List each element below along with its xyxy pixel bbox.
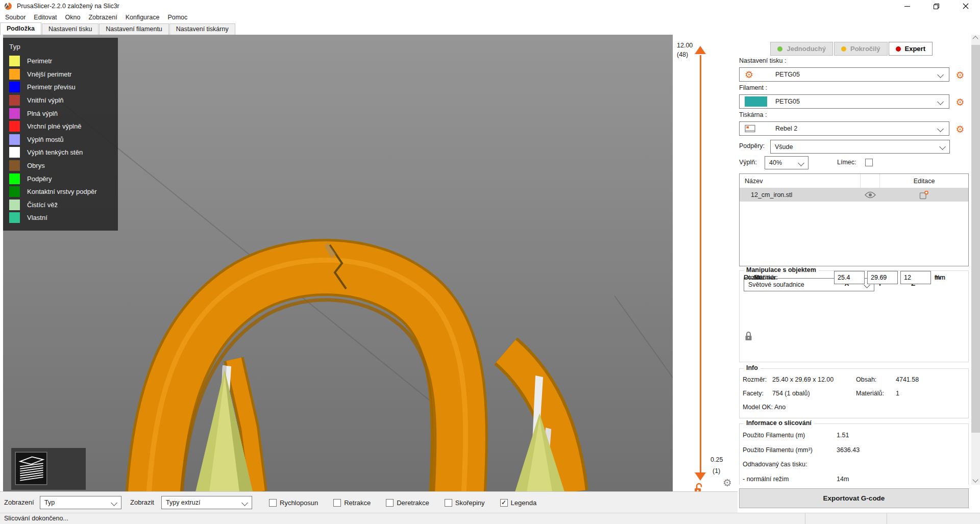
menu-item[interactable]: Pomoc xyxy=(163,12,191,23)
slicing-row-label: Použito Filamentu (m) xyxy=(743,432,836,439)
right-panel-scrollbar[interactable] xyxy=(971,35,980,485)
restore-icon xyxy=(933,3,940,10)
modified-preset-gear-icon: ⚙ xyxy=(745,70,767,80)
tab[interactable]: Nastavení tiskárny xyxy=(169,23,235,35)
view-mode-label: Zobrazení xyxy=(4,492,34,513)
feature-toggle-checkbox[interactable] xyxy=(386,499,394,507)
legend-item-label: Čistící věž xyxy=(27,201,58,209)
filament-value: PETG05 xyxy=(775,98,800,105)
chevron-down-icon xyxy=(111,500,117,506)
menu-item[interactable]: Konfigurace xyxy=(121,12,164,23)
menu-item[interactable]: Soubor xyxy=(1,12,30,23)
slicing-row-label: Použito Filamentu (mm³) xyxy=(743,446,836,454)
show-label: Zobrazit xyxy=(130,492,154,513)
supports-select[interactable]: Všude xyxy=(770,140,950,154)
infill-value: 40% xyxy=(769,159,782,166)
column-header-name[interactable]: Název xyxy=(740,174,861,188)
printer-icon xyxy=(745,124,756,133)
legend-item-label: Podpěry xyxy=(27,175,52,183)
mode-button[interactable]: Expert xyxy=(889,42,933,56)
printer-combo[interactable]: Rebel 2 xyxy=(739,121,949,136)
tab[interactable]: Nastavení filamentu xyxy=(99,23,168,35)
slider-settings-gear-button[interactable]: ⚙ xyxy=(723,478,732,488)
model-ok-value: Ano xyxy=(774,404,786,411)
uniform-scale-lock-button[interactable] xyxy=(745,331,752,342)
feature-toggle-checkbox[interactable] xyxy=(269,499,277,507)
legend-color-swatch xyxy=(9,173,20,184)
print-settings-combo[interactable]: ⚙ PETG05 xyxy=(739,67,949,82)
legend-item-label: Vnitřní výplň xyxy=(27,96,64,104)
legend-item-label: Perimetr xyxy=(27,57,52,65)
printer-gear-button[interactable]: ⚙ xyxy=(953,122,967,136)
x-value-input[interactable] xyxy=(834,271,865,284)
brim-checkbox[interactable] xyxy=(865,159,873,166)
object-list-row[interactable]: 12_cm_iron.stl xyxy=(740,188,968,202)
close-icon xyxy=(963,3,969,9)
layers-icon xyxy=(16,453,46,484)
prusaslicer-window: PrusaSlicer-2.2.0 založený na Slic3r Sou… xyxy=(0,0,980,524)
menu-item[interactable]: Okno xyxy=(61,12,84,23)
mode-button[interactable]: Jednoduchý xyxy=(770,42,833,56)
layer-slider-track[interactable] xyxy=(700,55,701,475)
scrollbar-thumb[interactable] xyxy=(971,45,980,433)
scroll-up-arrow[interactable] xyxy=(973,37,977,41)
minimize-button[interactable] xyxy=(893,0,922,12)
export-gcode-button[interactable]: Exportovat G-code xyxy=(739,488,969,508)
visibility-toggle[interactable] xyxy=(861,191,879,198)
feature-toggle-checkbox[interactable] xyxy=(445,499,452,507)
view-mode-select[interactable]: Typ xyxy=(40,496,121,509)
tab[interactable]: Podložka xyxy=(0,22,41,35)
feature-toggle-checkbox[interactable] xyxy=(500,499,508,507)
restore-button[interactable] xyxy=(922,0,951,12)
column-header-visibility[interactable] xyxy=(861,174,880,188)
volume-value: 4741.58 xyxy=(896,376,919,383)
slicing-row-label: - normální režim xyxy=(743,476,836,483)
infill-select[interactable]: 40% xyxy=(765,156,808,169)
column-header-edit[interactable]: Editace xyxy=(880,178,968,185)
tab[interactable]: Nastavení tisku xyxy=(42,23,99,35)
filament-gear-button[interactable]: ⚙ xyxy=(953,95,967,109)
legend-color-swatch xyxy=(9,134,20,145)
legend-item: Podpěry xyxy=(9,172,118,185)
menu-item[interactable]: Editovat xyxy=(30,12,61,23)
filament-combo[interactable]: PETG05 xyxy=(739,94,949,109)
legend-item-label: Perimetr převisu xyxy=(27,83,76,91)
mode-dot-icon xyxy=(777,46,782,52)
slicing-info-row: Odhadovaný čas tisku: xyxy=(740,457,968,472)
legend-item: Vlastní xyxy=(9,211,118,224)
legend-item-label: Vrchní plné výplně xyxy=(27,122,81,130)
show-select[interactable]: Typy extruzí xyxy=(161,496,252,509)
legend-item: Perimetr převisu xyxy=(9,81,118,94)
feature-toggle-label: Rychloposun xyxy=(280,499,318,507)
feature-toggle-label: Legenda xyxy=(511,499,537,507)
legend-item: Kontaktní vrstvy podpěr xyxy=(9,185,118,198)
chevron-down-icon xyxy=(937,98,944,105)
print-settings-label: Nastavení tisku : xyxy=(739,57,786,64)
legend-title: Typ xyxy=(9,43,118,51)
status-bar: Slicování dokončeno... xyxy=(0,513,980,524)
layer-slider-top-layer: (48) xyxy=(677,51,688,58)
print-settings-gear-button[interactable]: ⚙ xyxy=(953,68,967,82)
print-settings-value: PETG05 xyxy=(775,71,800,78)
slicing-rows: Použito Filamentu (m) 1.51 Použito Filam… xyxy=(740,428,968,485)
3d-viewport[interactable]: Typ Perimetr Vnější perimetr Perimetr př… xyxy=(3,35,673,491)
object-name: 12_cm_iron.stl xyxy=(740,191,861,198)
infill-label: Výplň: xyxy=(739,159,757,166)
layers-view-button[interactable] xyxy=(15,452,47,485)
materials-label: Materiálů: xyxy=(856,390,884,397)
chevron-down-icon xyxy=(937,71,944,78)
printer-label: Tiskárna : xyxy=(739,111,767,118)
mode-button[interactable]: Pokročilý xyxy=(834,42,888,56)
prusaslicer-logo-icon xyxy=(4,2,12,10)
z-value-input[interactable] xyxy=(900,271,931,284)
close-button[interactable] xyxy=(951,0,980,12)
layer-slider-lower-thumb[interactable] xyxy=(695,472,706,481)
scroll-down-arrow[interactable] xyxy=(973,478,977,482)
feature-toggle-checkbox[interactable] xyxy=(333,499,341,507)
legend-color-swatch xyxy=(9,69,20,80)
layer-slider-upper-thumb[interactable] xyxy=(695,46,706,54)
legend-color-swatch xyxy=(9,95,20,106)
edit-object-button[interactable] xyxy=(879,191,968,199)
menu-item[interactable]: Zobrazení xyxy=(84,12,121,23)
y-value-input[interactable] xyxy=(867,271,898,284)
